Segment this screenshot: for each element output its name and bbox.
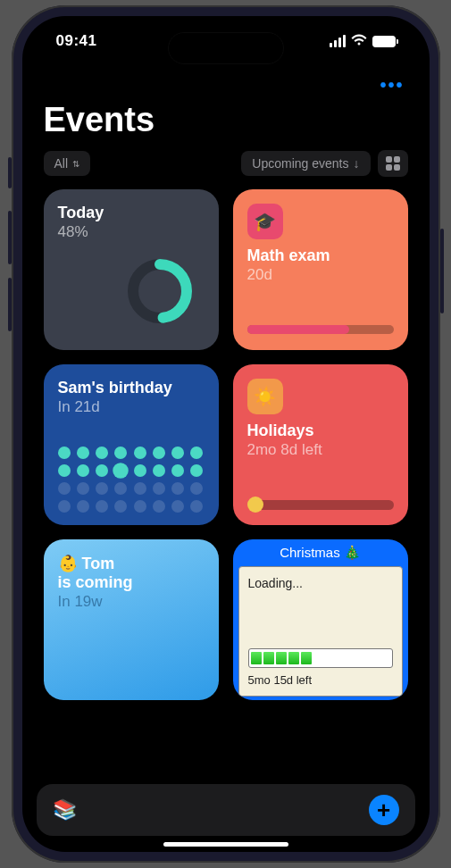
- sun-icon: ☀️: [247, 379, 283, 414]
- card-subtitle: 20d: [247, 266, 394, 284]
- loading-label: Loading...: [248, 576, 393, 590]
- slider-track: [251, 500, 394, 510]
- library-button[interactable]: 📚: [53, 798, 77, 822]
- side-button: [8, 157, 12, 188]
- volume-down-button: [8, 278, 12, 331]
- filter-label: All: [54, 156, 69, 171]
- card-christmas[interactable]: Christmas 🎄 Loading... 5mo 15d left: [233, 539, 408, 700]
- chevrons-icon: ⇅: [72, 159, 79, 169]
- card-tom[interactable]: 👶 Tom is coming In 19w: [44, 539, 219, 700]
- card-title-line2: is coming: [58, 573, 205, 592]
- cellular-icon: [330, 35, 346, 47]
- card-title: Holidays: [247, 421, 394, 440]
- sort-label: Upcoming events: [252, 156, 348, 171]
- grid-icon: [386, 156, 400, 171]
- volume-up-button: [8, 211, 12, 264]
- card-sam-birthday[interactable]: Sam's birthday In 21d: [44, 364, 219, 525]
- card-title: Sam's birthday: [58, 379, 205, 397]
- phone-frame: 09:41 ••• Events All ⇅ Upcoming events: [12, 5, 440, 863]
- arrow-down-icon: ↓: [354, 156, 360, 171]
- wifi-icon: [351, 34, 367, 49]
- dynamic-island: [168, 32, 284, 64]
- xmas-window: Loading... 5mo 15d left: [238, 566, 403, 697]
- card-today[interactable]: Today 48%: [44, 189, 219, 350]
- status-icons: [330, 34, 396, 49]
- progress-ring: [124, 255, 196, 327]
- card-subtitle: 2mo 8d left: [247, 441, 394, 459]
- card-subtitle: In 21d: [58, 398, 205, 416]
- retro-progress-bar: [248, 648, 393, 668]
- plus-icon: +: [377, 797, 390, 824]
- card-subtitle: In 19w: [58, 593, 205, 611]
- dot-calendar: [58, 447, 205, 513]
- power-button: [440, 229, 444, 313]
- more-menu-button[interactable]: •••: [380, 75, 404, 96]
- slider-knob: [247, 497, 263, 513]
- battery-icon: [372, 36, 396, 47]
- card-math-exam[interactable]: 🎓 Math exam 20d: [233, 189, 408, 350]
- filter-all-button[interactable]: All ⇅: [44, 151, 91, 176]
- tab-bar: 📚 +: [37, 784, 415, 836]
- card-title: Today: [58, 204, 205, 222]
- nav-bar: •••: [22, 66, 430, 96]
- remaining-label: 5mo 15d left: [248, 673, 393, 687]
- home-indicator[interactable]: [163, 842, 288, 847]
- xmas-header: Christmas 🎄: [233, 539, 408, 566]
- card-subtitle: 48%: [58, 223, 205, 241]
- card-holidays[interactable]: ☀️ Holidays 2mo 8d left: [233, 364, 408, 525]
- add-event-button[interactable]: +: [369, 795, 399, 825]
- progress-bar: [247, 325, 394, 334]
- screen: 09:41 ••• Events All ⇅ Upcoming events: [22, 16, 430, 852]
- status-time: 09:41: [56, 32, 97, 50]
- graduation-cap-icon: 🎓: [247, 204, 283, 239]
- page-title: Events: [44, 101, 408, 139]
- card-title-line1: 👶 Tom: [58, 554, 205, 573]
- events-grid: Today 48% 🎓 Math exam 20d Sam's bi: [22, 189, 430, 852]
- layout-grid-button[interactable]: [378, 150, 408, 177]
- card-title: Math exam: [247, 246, 394, 265]
- sort-upcoming-button[interactable]: Upcoming events ↓: [241, 151, 370, 176]
